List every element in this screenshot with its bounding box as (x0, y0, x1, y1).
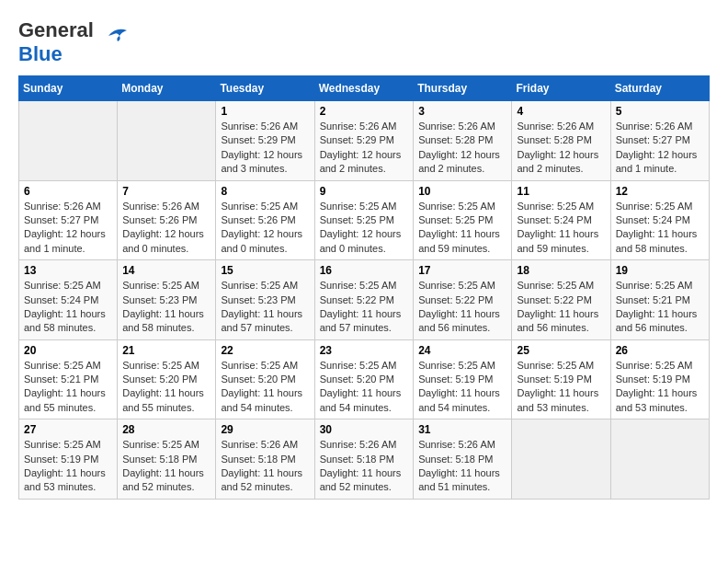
day-info: Sunrise: 5:26 AM Sunset: 5:18 PM Dayligh… (221, 438, 309, 495)
calendar-week-row: 20Sunrise: 5:25 AM Sunset: 5:21 PM Dayli… (19, 339, 710, 419)
weekday-header-tuesday: Tuesday (216, 76, 314, 101)
day-number: 10 (418, 185, 506, 198)
day-number: 7 (122, 185, 210, 198)
day-number: 11 (517, 185, 605, 198)
day-info: Sunrise: 5:25 AM Sunset: 5:20 PM Dayligh… (122, 359, 210, 416)
day-number: 2 (320, 105, 409, 118)
day-number: 28 (122, 423, 210, 436)
calendar-cell: 24Sunrise: 5:25 AM Sunset: 5:19 PM Dayli… (414, 339, 512, 419)
day-number: 24 (418, 344, 506, 357)
day-number: 12 (616, 185, 704, 198)
day-number: 19 (616, 264, 704, 277)
day-number: 25 (517, 344, 605, 357)
day-number: 1 (221, 105, 309, 118)
calendar-cell (512, 419, 610, 500)
calendar-week-row: 1Sunrise: 5:26 AM Sunset: 5:29 PM Daylig… (19, 101, 710, 181)
day-number: 23 (320, 344, 409, 357)
day-number: 26 (616, 344, 704, 357)
day-info: Sunrise: 5:26 AM Sunset: 5:27 PM Dayligh… (24, 200, 112, 257)
calendar-cell (118, 101, 216, 181)
calendar-cell: 30Sunrise: 5:26 AM Sunset: 5:18 PM Dayli… (314, 419, 414, 500)
day-info: Sunrise: 5:25 AM Sunset: 5:19 PM Dayligh… (616, 359, 704, 416)
day-number: 29 (221, 423, 309, 436)
calendar-cell: 26Sunrise: 5:25 AM Sunset: 5:19 PM Dayli… (610, 339, 709, 419)
day-info: Sunrise: 5:25 AM Sunset: 5:25 PM Dayligh… (418, 200, 506, 257)
day-number: 13 (24, 264, 112, 277)
calendar-week-row: 13Sunrise: 5:25 AM Sunset: 5:24 PM Dayli… (19, 260, 710, 340)
day-number: 15 (221, 264, 309, 277)
calendar-cell: 20Sunrise: 5:25 AM Sunset: 5:21 PM Dayli… (19, 339, 118, 419)
calendar-cell: 17Sunrise: 5:25 AM Sunset: 5:22 PM Dayli… (414, 260, 512, 340)
day-info: Sunrise: 5:25 AM Sunset: 5:19 PM Dayligh… (517, 359, 605, 416)
calendar-cell: 5Sunrise: 5:26 AM Sunset: 5:27 PM Daylig… (610, 101, 709, 181)
calendar-cell: 21Sunrise: 5:25 AM Sunset: 5:20 PM Dayli… (118, 339, 216, 419)
day-info: Sunrise: 5:25 AM Sunset: 5:21 PM Dayligh… (24, 359, 112, 416)
weekday-header-wednesday: Wednesday (314, 76, 414, 101)
calendar-cell: 22Sunrise: 5:25 AM Sunset: 5:20 PM Dayli… (216, 339, 314, 419)
day-info: Sunrise: 5:26 AM Sunset: 5:28 PM Dayligh… (517, 120, 605, 177)
day-number: 30 (320, 423, 409, 436)
calendar-cell: 7Sunrise: 5:26 AM Sunset: 5:26 PM Daylig… (118, 180, 216, 260)
day-number: 9 (320, 185, 409, 198)
day-info: Sunrise: 5:25 AM Sunset: 5:19 PM Dayligh… (24, 438, 112, 495)
day-number: 16 (320, 264, 409, 277)
day-info: Sunrise: 5:26 AM Sunset: 5:18 PM Dayligh… (418, 438, 506, 495)
calendar-cell: 19Sunrise: 5:25 AM Sunset: 5:21 PM Dayli… (610, 260, 709, 340)
weekday-header-sunday: Sunday (19, 76, 118, 101)
day-info: Sunrise: 5:26 AM Sunset: 5:29 PM Dayligh… (221, 120, 309, 177)
calendar-cell: 23Sunrise: 5:25 AM Sunset: 5:20 PM Dayli… (314, 339, 414, 419)
weekday-header-friday: Friday (512, 76, 610, 101)
weekday-header-thursday: Thursday (414, 76, 512, 101)
day-info: Sunrise: 5:26 AM Sunset: 5:27 PM Dayligh… (616, 120, 704, 177)
calendar-header: SundayMondayTuesdayWednesdayThursdayFrid… (19, 76, 710, 101)
logo-text: General Blue (18, 18, 94, 66)
calendar-cell: 2Sunrise: 5:26 AM Sunset: 5:29 PM Daylig… (314, 101, 414, 181)
calendar-cell: 3Sunrise: 5:26 AM Sunset: 5:28 PM Daylig… (414, 101, 512, 181)
calendar-cell: 12Sunrise: 5:25 AM Sunset: 5:24 PM Dayli… (610, 180, 709, 260)
day-info: Sunrise: 5:25 AM Sunset: 5:20 PM Dayligh… (221, 359, 309, 416)
calendar-week-row: 6Sunrise: 5:26 AM Sunset: 5:27 PM Daylig… (19, 180, 710, 260)
day-number: 21 (122, 344, 210, 357)
weekday-header-saturday: Saturday (610, 76, 709, 101)
calendar-cell: 6Sunrise: 5:26 AM Sunset: 5:27 PM Daylig… (19, 180, 118, 260)
calendar-cell: 1Sunrise: 5:26 AM Sunset: 5:29 PM Daylig… (216, 101, 314, 181)
day-number: 8 (221, 185, 309, 198)
logo: General Blue (18, 18, 131, 66)
day-info: Sunrise: 5:26 AM Sunset: 5:18 PM Dayligh… (320, 438, 409, 495)
day-info: Sunrise: 5:25 AM Sunset: 5:21 PM Dayligh… (616, 279, 704, 336)
calendar-week-row: 27Sunrise: 5:25 AM Sunset: 5:19 PM Dayli… (19, 419, 710, 500)
day-number: 17 (418, 264, 506, 277)
day-info: Sunrise: 5:25 AM Sunset: 5:24 PM Dayligh… (616, 200, 704, 257)
calendar-cell: 4Sunrise: 5:26 AM Sunset: 5:28 PM Daylig… (512, 101, 610, 181)
day-number: 6 (24, 185, 112, 198)
day-number: 27 (24, 423, 112, 436)
day-number: 22 (221, 344, 309, 357)
day-info: Sunrise: 5:26 AM Sunset: 5:28 PM Dayligh… (418, 120, 506, 177)
calendar-cell: 11Sunrise: 5:25 AM Sunset: 5:24 PM Dayli… (512, 180, 610, 260)
day-info: Sunrise: 5:25 AM Sunset: 5:23 PM Dayligh… (122, 279, 210, 336)
day-info: Sunrise: 5:25 AM Sunset: 5:20 PM Dayligh… (320, 359, 409, 416)
day-number: 20 (24, 344, 112, 357)
calendar-cell: 25Sunrise: 5:25 AM Sunset: 5:19 PM Dayli… (512, 339, 610, 419)
day-info: Sunrise: 5:25 AM Sunset: 5:18 PM Dayligh… (122, 438, 210, 495)
calendar-cell: 14Sunrise: 5:25 AM Sunset: 5:23 PM Dayli… (118, 260, 216, 340)
page-header: General Blue (18, 18, 710, 66)
day-number: 5 (616, 105, 704, 118)
calendar-cell: 31Sunrise: 5:26 AM Sunset: 5:18 PM Dayli… (414, 419, 512, 500)
calendar-cell (610, 419, 709, 500)
day-info: Sunrise: 5:26 AM Sunset: 5:26 PM Dayligh… (122, 200, 210, 257)
weekday-header-monday: Monday (118, 76, 216, 101)
day-number: 4 (517, 105, 605, 118)
day-info: Sunrise: 5:25 AM Sunset: 5:24 PM Dayligh… (24, 279, 112, 336)
calendar-cell: 10Sunrise: 5:25 AM Sunset: 5:25 PM Dayli… (414, 180, 512, 260)
day-info: Sunrise: 5:25 AM Sunset: 5:22 PM Dayligh… (517, 279, 605, 336)
calendar-cell: 27Sunrise: 5:25 AM Sunset: 5:19 PM Dayli… (19, 419, 118, 500)
calendar-table: SundayMondayTuesdayWednesdayThursdayFrid… (18, 75, 710, 500)
calendar-cell: 15Sunrise: 5:25 AM Sunset: 5:23 PM Dayli… (216, 260, 314, 340)
day-info: Sunrise: 5:25 AM Sunset: 5:26 PM Dayligh… (221, 200, 309, 257)
day-info: Sunrise: 5:25 AM Sunset: 5:22 PM Dayligh… (418, 279, 506, 336)
day-info: Sunrise: 5:25 AM Sunset: 5:24 PM Dayligh… (517, 200, 605, 257)
day-number: 31 (418, 423, 506, 436)
logo-bird-icon (101, 25, 131, 51)
calendar-cell (19, 101, 118, 181)
